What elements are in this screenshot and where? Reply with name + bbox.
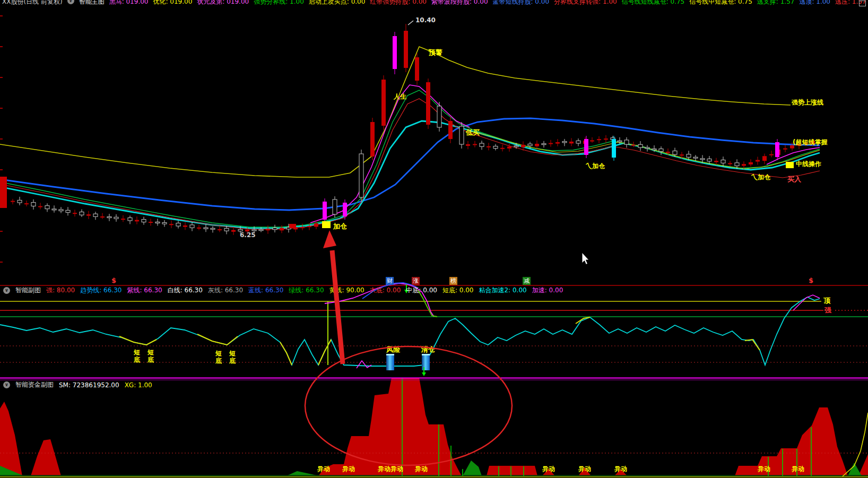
highlight-ellipse bbox=[305, 346, 512, 465]
mouse-cursor bbox=[582, 253, 589, 265]
up-arrow-annotation bbox=[323, 230, 336, 248]
trading-terminal: { "top_bar": { "title": "XX股份(日线 前复权)", … bbox=[0, 0, 868, 478]
window-icon[interactable] bbox=[859, 1, 866, 6]
annotation-overlay bbox=[0, 0, 868, 478]
